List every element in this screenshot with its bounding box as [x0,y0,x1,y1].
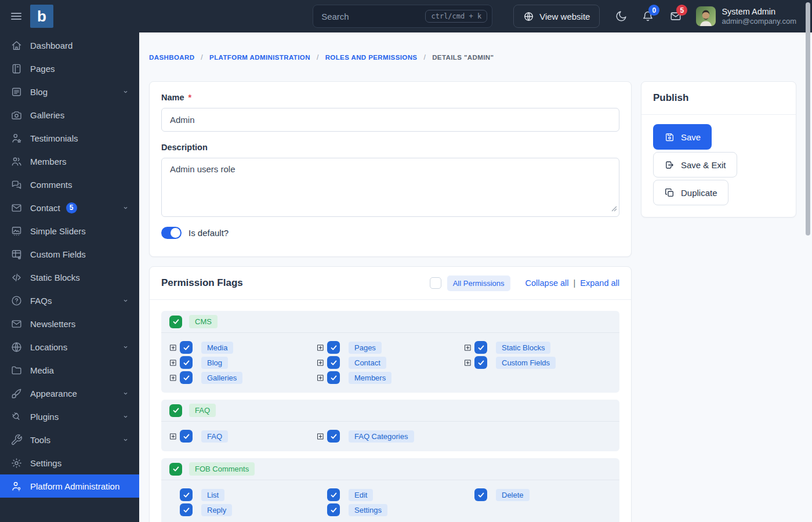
permission-checkbox[interactable] [474,356,487,369]
expand-plus-icon[interactable] [464,344,472,351]
all-permissions-label[interactable]: All Permissions [447,276,510,291]
expand-plus-icon[interactable] [169,359,177,367]
sidebar-item-badge: 5 [66,202,77,213]
dark-mode-toggle-button[interactable] [615,10,628,23]
breadcrumb-item-roles-and-permissions[interactable]: ROLES AND PERMISSIONS [325,54,418,61]
permission-item-delete: Delete [464,487,611,502]
permission-item-galleries: Galleries [169,370,317,385]
breadcrumb-separator: / [317,53,319,61]
page-scrollbar[interactable] [806,2,810,235]
sidebar-item-settings[interactable]: Settings [0,451,139,474]
sidebar-item-simple-sliders[interactable]: Simple Sliders [0,219,139,242]
permission-section-fob-comments: FOB CommentsListEditDeleteReplySettings [161,458,619,522]
permission-checkbox[interactable] [180,430,193,443]
sidebar-item-platform-administration[interactable]: Platform Administration [0,474,139,498]
sidebar-item-testimonials[interactable]: Testimonials [0,126,139,150]
save-and-exit-button[interactable]: Save & Exit [653,152,737,177]
chevron-down-icon [121,436,130,444]
sidebar-item-plugins[interactable]: Plugins [0,405,139,428]
sidebar-item-label: Custom Fields [30,249,86,259]
expand-plus-icon[interactable] [464,359,472,367]
expand-plus-icon[interactable] [169,433,177,440]
sidebar-item-appearance[interactable]: Appearance [0,382,139,405]
expand-plus-icon[interactable] [317,374,324,382]
user-admin-icon [10,480,23,492]
sidebar-item-comments[interactable]: Comments [0,173,139,196]
permission-checkbox[interactable] [327,503,340,516]
globe-icon [10,341,23,353]
pages-icon [10,63,23,75]
permission-item-settings: Settings [317,502,464,517]
permission-checkbox[interactable] [474,488,487,501]
sidebar-item-media[interactable]: Media [0,358,139,382]
sidebar-item-label: Members [30,157,67,166]
user-avatar[interactable] [696,6,716,26]
description-field[interactable]: Admin users role [161,158,619,217]
messages-button[interactable]: 5 [669,10,682,23]
sidebar-nav: DashboardPagesBlogGalleriesTestimonialsM… [0,34,139,498]
breadcrumb-item-platform-administration[interactable]: PLATFORM ADMINISTRATION [209,54,310,61]
sidebar-item-pages[interactable]: Pages [0,57,139,80]
sidebar-item-custom-fields[interactable]: Custom Fields [0,242,139,266]
table-gear-icon [10,248,23,260]
permission-checkbox[interactable] [180,503,193,516]
exit-icon [664,160,675,171]
user-name: System Admin [722,6,796,17]
plug-icon [10,411,23,423]
breadcrumb-item-dashboard[interactable]: DASHBOARD [149,54,194,61]
sidebar-item-contact[interactable]: Contact5 [0,196,139,219]
all-permissions-checkbox[interactable] [430,277,441,289]
help-circle-icon [10,295,23,307]
save-button[interactable]: Save [653,124,712,150]
expand-plus-icon[interactable] [169,374,177,382]
permission-checkbox[interactable] [327,356,340,369]
sidebar-item-static-blocks[interactable]: Static Blocks [0,266,139,289]
permission-checkbox[interactable] [327,488,340,501]
chevron-down-icon [121,343,130,351]
moon-icon [615,10,628,23]
section-checkbox[interactable] [169,404,182,417]
duplicate-button[interactable]: Duplicate [653,180,728,205]
sidebar-item-faqs[interactable]: FAQs [0,289,139,312]
notifications-button[interactable]: 0 [641,10,654,23]
permission-label-badge: Blog [201,357,228,369]
section-checkbox[interactable] [169,463,182,476]
sidebar-item-label: Testimonials [30,133,78,143]
publish-card: Publish Save Save & Exit [641,81,796,217]
sidebar-item-locations[interactable]: Locations [0,335,139,358]
user-menu[interactable]: System Admin admin@company.com [722,6,796,26]
breadcrumb-separator: / [423,53,426,61]
permission-checkbox[interactable] [180,371,193,384]
expand-plus-icon[interactable] [317,344,324,351]
collapse-all-link[interactable]: Collapse all [525,278,569,288]
sidebar-item-members[interactable]: Members [0,150,139,173]
permission-checkbox[interactable] [327,341,340,354]
permission-checkbox[interactable] [180,356,193,369]
permission-checkbox[interactable] [180,341,193,354]
folder-icon [10,364,23,376]
sidebar-item-newsletters[interactable]: Newsletters [0,312,139,335]
permission-checkbox[interactable] [474,341,487,354]
name-field[interactable] [161,108,619,132]
expand-plus-icon[interactable] [317,433,324,440]
expand-plus-icon[interactable] [317,359,324,367]
sidebar-item-blog[interactable]: Blog [0,80,139,103]
permission-checkbox[interactable] [180,488,193,501]
sidebar-item-galleries[interactable]: Galleries [0,103,139,126]
permission-label-badge: List [201,489,224,501]
chevron-down-icon [121,88,130,96]
menu-icon[interactable] [8,8,24,24]
permission-section-cms: CMSMediaPagesStatic BlocksBlogContactCus… [161,311,619,393]
view-website-button[interactable]: View website [513,5,600,28]
permission-checkbox[interactable] [327,430,340,443]
sidebar-item-tools[interactable]: Tools [0,428,139,451]
permission-checkbox[interactable] [327,371,340,384]
expand-plus-icon[interactable] [169,344,177,351]
brush-icon [10,387,23,400]
sidebar-item-dashboard[interactable]: Dashboard [0,34,139,57]
section-checkbox[interactable] [169,316,182,328]
search-input[interactable]: Search ctrl/cmd + k [313,5,492,28]
app-logo[interactable]: b [30,5,53,28]
expand-all-link[interactable]: Expand all [580,278,619,288]
is-default-toggle[interactable] [161,227,182,239]
